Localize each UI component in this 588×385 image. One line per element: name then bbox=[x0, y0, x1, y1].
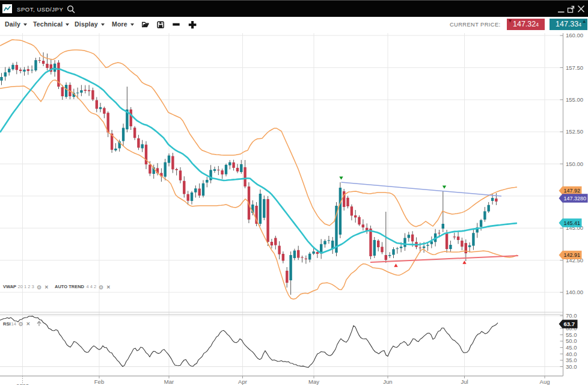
svg-text:147.92: 147.92 bbox=[564, 188, 581, 194]
svg-text:35.0: 35.0 bbox=[566, 357, 577, 363]
svg-text:✕: ✕ bbox=[106, 285, 111, 290]
svg-text:157.50: 157.50 bbox=[566, 64, 583, 71]
svg-text:45.0: 45.0 bbox=[566, 344, 577, 351]
svg-text:✕: ✕ bbox=[26, 321, 31, 327]
svg-text:⚙: ⚙ bbox=[19, 321, 24, 327]
svg-text:4 4 2: 4 4 2 bbox=[87, 284, 97, 289]
svg-text:2023: 2023 bbox=[16, 383, 29, 385]
svg-text:AUTO TREND: AUTO TREND bbox=[55, 284, 85, 289]
svg-text:Aug: Aug bbox=[540, 378, 550, 385]
svg-text:✕: ✕ bbox=[44, 285, 49, 290]
svg-text:Jul: Jul bbox=[461, 378, 468, 385]
svg-text:Jun: Jun bbox=[383, 378, 392, 385]
svg-text:155.00: 155.00 bbox=[566, 96, 583, 103]
svg-text:55.0: 55.0 bbox=[566, 331, 577, 338]
svg-text:Mar: Mar bbox=[164, 378, 174, 385]
svg-text:150.00: 150.00 bbox=[566, 161, 583, 167]
svg-text:20 1 2 3: 20 1 2 3 bbox=[18, 284, 34, 289]
svg-text:⚙: ⚙ bbox=[99, 284, 104, 291]
svg-text:30.0: 30.0 bbox=[566, 363, 577, 370]
svg-text:70.0: 70.0 bbox=[566, 312, 577, 319]
svg-text:14: 14 bbox=[11, 321, 16, 327]
svg-text:⚙: ⚙ bbox=[37, 284, 42, 291]
svg-text:160.00: 160.00 bbox=[566, 32, 583, 38]
svg-text:142.91: 142.91 bbox=[564, 252, 581, 258]
svg-text:40.0: 40.0 bbox=[566, 351, 577, 357]
svg-text:140.00: 140.00 bbox=[566, 289, 583, 295]
svg-text:50.0: 50.0 bbox=[566, 337, 577, 344]
svg-text:145.41: 145.41 bbox=[564, 220, 581, 226]
svg-text:152.50: 152.50 bbox=[566, 128, 583, 135]
svg-text:VWAP: VWAP bbox=[3, 284, 16, 289]
svg-text:147.3280: 147.3280 bbox=[564, 196, 587, 202]
svg-text:Apr: Apr bbox=[238, 378, 247, 385]
svg-text:Feb: Feb bbox=[94, 378, 104, 385]
svg-text:May: May bbox=[308, 378, 319, 385]
svg-text:RSI: RSI bbox=[3, 321, 11, 327]
svg-text:63.7: 63.7 bbox=[564, 321, 575, 327]
